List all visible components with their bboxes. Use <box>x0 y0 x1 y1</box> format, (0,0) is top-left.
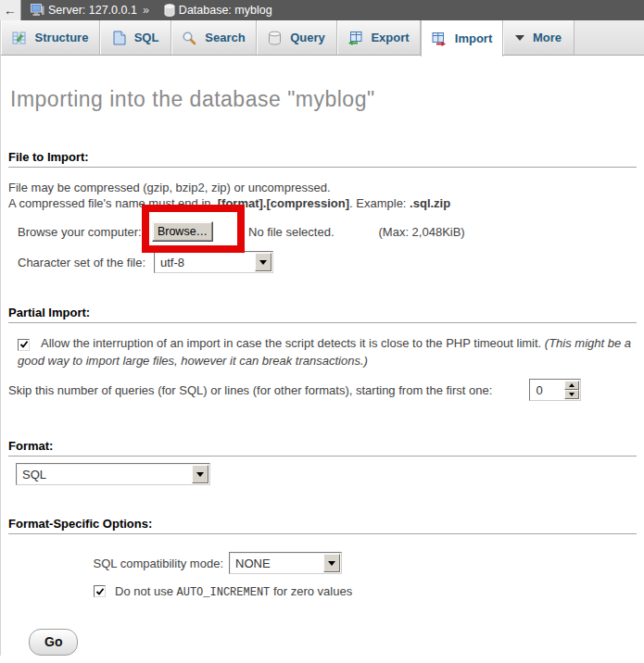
auto-increment-text: Do not use AUTO_INCREMENT for zero value… <box>115 584 352 599</box>
file-upload-row: Browse your computer: Browse… No file se… <box>8 219 637 244</box>
browse-label: Browse your computer: <box>18 225 152 239</box>
tab-export-label: Export <box>371 31 409 44</box>
breadcrumb-bar: ← Server: 127.0.0.1 » Database: myblog <box>0 0 644 20</box>
tab-import[interactable]: Import <box>421 20 503 56</box>
chevron-down-icon <box>259 260 267 265</box>
structure-icon <box>12 31 27 45</box>
format-select[interactable]: SQL <box>16 463 210 485</box>
tab-import-label: Import <box>455 31 492 45</box>
auto-increment-row: Do not use AUTO_INCREMENT for zero value… <box>8 583 637 599</box>
tab-structure[interactable]: Structure <box>1 20 100 55</box>
auto-increment-prefix: Do not use <box>115 584 177 598</box>
breadcrumb-separator: » <box>143 4 149 17</box>
hint-example-ext: .sql.zip <box>410 196 450 210</box>
tab-query[interactable]: Query <box>257 20 337 55</box>
charset-dropdown-button[interactable] <box>255 253 271 271</box>
server-icon <box>31 4 44 17</box>
checkmark-icon <box>95 587 105 596</box>
section-heading-partial-import: Partial Import: <box>8 306 637 323</box>
export-icon <box>347 31 362 45</box>
section-heading-format-options: Format-Specific Options: <box>8 517 637 534</box>
skip-queries-value: 0 <box>530 380 563 400</box>
import-form: Importing into the database "myblog" Fil… <box>1 86 644 656</box>
allow-interrupt-text: Allow the interruption of an import in c… <box>41 336 545 350</box>
tab-sql[interactable]: SQL <box>100 20 171 55</box>
tab-search-label: Search <box>205 31 245 44</box>
tab-structure-label: Structure <box>35 31 89 44</box>
query-cylinder-icon <box>268 31 282 45</box>
phpmyadmin-import-page: { "topbar": { "back_arrow": "←", "server… <box>0 0 644 663</box>
skip-queries-row: Skip this number of queries (for SQL) or… <box>8 379 637 401</box>
section-heading-format: Format: <box>8 439 637 457</box>
spinner-buttons <box>564 381 579 399</box>
auto-increment-code: AUTO_INCREMENT <box>177 586 271 599</box>
sql-compat-select[interactable]: NONE <box>229 552 342 574</box>
sql-compat-dropdown-button[interactable] <box>323 554 340 572</box>
chevron-down-icon <box>569 393 575 396</box>
section-heading-file-to-import: File to Import: <box>8 150 637 168</box>
tab-more[interactable]: More <box>503 20 575 55</box>
sql-compat-label: SQL compatibility mode: <box>8 557 223 570</box>
chevron-up-icon <box>569 383 575 387</box>
page-body: Structure SQL Search <box>0 20 644 656</box>
spinner-down-button[interactable] <box>564 390 579 399</box>
charset-select[interactable]: utf-8 <box>154 251 273 273</box>
import-icon <box>432 31 447 46</box>
skip-queries-label: Skip this number of queries (for SQL) or… <box>8 383 492 397</box>
breadcrumb-database[interactable]: Database: myblog <box>179 4 272 17</box>
auto-increment-suffix: for zero values <box>270 584 352 598</box>
tabbar-filler <box>575 20 644 55</box>
hint-line1: File may be compressed (gzip, bzip2, zip… <box>8 181 331 194</box>
tab-more-label: More <box>533 31 562 44</box>
browse-button[interactable]: Browse… <box>152 221 213 242</box>
sql-compat-selected-value: NONE <box>230 553 322 573</box>
go-button[interactable]: Go <box>29 629 78 656</box>
checkmark-icon <box>19 340 29 349</box>
chevron-down-icon <box>196 472 204 477</box>
format-row: SQL <box>8 463 637 485</box>
hint-line2-mid: . Example: <box>349 196 410 210</box>
format-dropdown-button[interactable] <box>192 465 208 483</box>
auto-increment-checkbox[interactable] <box>94 585 106 597</box>
chevron-down-icon <box>515 35 524 41</box>
charset-row: Character set of the file: utf-8 <box>8 251 637 273</box>
compression-hint: File may be compressed (gzip, bzip2, zip… <box>8 180 637 211</box>
format-selected-value: SQL <box>17 464 191 484</box>
skip-queries-spinner[interactable]: 0 <box>529 379 581 401</box>
tab-export[interactable]: Export <box>337 20 421 55</box>
sql-compat-row: SQL compatibility mode: NONE <box>8 552 637 574</box>
hint-line2-prefix: A compressed file's name must end in <box>8 196 214 210</box>
spinner-up-button[interactable] <box>564 381 579 390</box>
search-icon <box>182 31 196 45</box>
tab-query-label: Query <box>290 31 325 44</box>
no-file-selected-text: No file selected. <box>248 225 335 239</box>
charset-selected-value: utf-8 <box>155 252 254 272</box>
charset-label: Character set of the file: <box>18 256 154 269</box>
tab-bar: Structure SQL Search <box>1 20 644 56</box>
database-icon <box>164 4 175 17</box>
chevron-down-icon <box>328 561 335 566</box>
back-button[interactable]: ← <box>0 0 21 20</box>
sql-page-icon <box>112 31 126 45</box>
back-arrow-icon: ← <box>4 3 17 18</box>
breadcrumb-server[interactable]: Server: 127.0.0.1 <box>48 4 137 17</box>
hint-format-pattern: .[format].[compression] <box>214 196 349 210</box>
allow-interrupt-row: Allow the interruption of an import in c… <box>8 334 637 369</box>
tab-search[interactable]: Search <box>171 20 257 55</box>
max-upload-size: (Max: 2,048KiB) <box>379 225 465 239</box>
allow-interrupt-checkbox[interactable] <box>18 339 30 351</box>
tab-sql-label: SQL <box>134 31 159 44</box>
page-title: Importing into the database "myblog" <box>10 86 637 112</box>
